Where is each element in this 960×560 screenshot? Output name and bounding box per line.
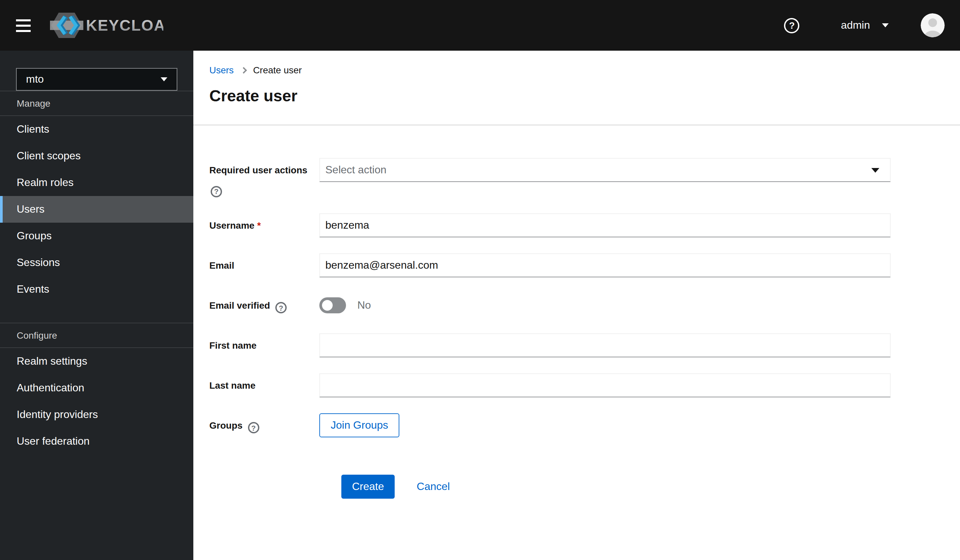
angle-right-icon <box>240 67 247 74</box>
create-button[interactable]: Create <box>341 474 395 498</box>
breadcrumb-current: Create user <box>253 65 302 75</box>
sidebar-item-authentication[interactable]: Authentication <box>0 375 194 402</box>
toggle-knob <box>322 300 333 310</box>
username-input[interactable] <box>319 213 891 237</box>
first-name-row: First name <box>210 333 944 357</box>
breadcrumb: Users Create user <box>210 65 944 75</box>
username-label: Username <box>210 220 254 230</box>
sidebar-item-sessions[interactable]: Sessions <box>0 249 194 276</box>
nav-group-manage: Manage Clients Client scopes Realm roles… <box>0 91 194 302</box>
toggle-state-label: No <box>357 299 371 311</box>
breadcrumb-link-users[interactable]: Users <box>210 65 234 75</box>
question-circle-icon[interactable]: ? <box>275 302 286 313</box>
last-name-input[interactable] <box>319 373 891 397</box>
required-user-actions-label: Required user actions <box>210 165 307 175</box>
avatar[interactable] <box>921 13 945 37</box>
sidebar-item-users[interactable]: Users <box>0 196 194 222</box>
cancel-button[interactable]: Cancel <box>417 480 450 492</box>
sidebar-item-realm-settings[interactable]: Realm settings <box>0 348 194 375</box>
question-circle-icon[interactable]: ? <box>248 422 259 434</box>
realm-name: mto <box>26 73 44 85</box>
hamburger-menu-icon[interactable] <box>16 18 34 34</box>
user-menu[interactable]: admin <box>841 19 889 31</box>
email-verified-label: Email verified <box>210 300 270 310</box>
sidebar-item-groups[interactable]: Groups <box>0 222 194 249</box>
masthead-right: ? admin <box>784 13 945 37</box>
sidebar: mto Manage Clients Client scopes Realm r… <box>0 51 194 560</box>
sidebar-item-realm-roles[interactable]: Realm roles <box>0 169 194 196</box>
last-name-row: Last name <box>210 373 944 397</box>
chevron-down-icon <box>161 77 167 82</box>
page-title: Create user <box>210 87 944 105</box>
first-name-input[interactable] <box>319 333 891 357</box>
username-row: Username* <box>210 213 944 237</box>
sidebar-item-client-scopes[interactable]: Client scopes <box>0 142 194 169</box>
keycloak-logo-image: KEYCLOAK <box>50 11 163 39</box>
required-user-actions-row: Required user actions ? Select action <box>210 158 944 197</box>
help-icon[interactable]: ? <box>784 18 800 33</box>
required-asterisk: * <box>257 220 261 230</box>
last-name-label: Last name <box>210 380 256 390</box>
form-actions: Create Cancel <box>210 474 944 498</box>
user-name: admin <box>841 19 870 31</box>
email-input[interactable] <box>319 253 891 277</box>
groups-row: Groups? Join Groups <box>210 413 944 437</box>
nav-group-configure: Configure Realm settings Authentication … <box>0 323 194 455</box>
groups-label: Groups <box>210 420 243 430</box>
email-verified-row: Email verified? No <box>210 293 944 317</box>
chevron-down-icon <box>882 23 889 27</box>
caret-down-icon <box>871 168 879 172</box>
page-header: Users Create user Create user <box>194 51 960 125</box>
join-groups-button[interactable]: Join Groups <box>319 413 400 437</box>
sidebar-item-user-federation[interactable]: User federation <box>0 428 194 455</box>
email-verified-toggle[interactable] <box>319 297 346 313</box>
nav-section-title-manage: Manage <box>0 91 194 115</box>
required-user-actions-select[interactable]: Select action <box>319 158 891 182</box>
email-row: Email <box>210 253 944 277</box>
main-content: Users Create user Create user Required u… <box>194 51 960 560</box>
app-window: KEYCLOAK ? admin mto <box>0 0 960 560</box>
question-circle-icon[interactable]: ? <box>211 186 222 197</box>
sidebar-item-clients[interactable]: Clients <box>0 116 194 142</box>
create-user-form: Required user actions ? Select action <box>194 125 960 498</box>
sidebar-item-identity-providers[interactable]: Identity providers <box>0 402 194 428</box>
sidebar-item-events[interactable]: Events <box>0 276 194 302</box>
select-placeholder: Select action <box>325 164 386 176</box>
realm-selector[interactable]: mto <box>16 68 178 91</box>
svg-text:KEYCLOAK: KEYCLOAK <box>86 17 163 34</box>
nav-section-title-configure: Configure <box>0 323 194 347</box>
email-label: Email <box>210 260 234 270</box>
masthead: KEYCLOAK ? admin <box>0 0 960 51</box>
keycloak-logo[interactable]: KEYCLOAK <box>50 11 163 39</box>
first-name-label: First name <box>210 340 257 350</box>
